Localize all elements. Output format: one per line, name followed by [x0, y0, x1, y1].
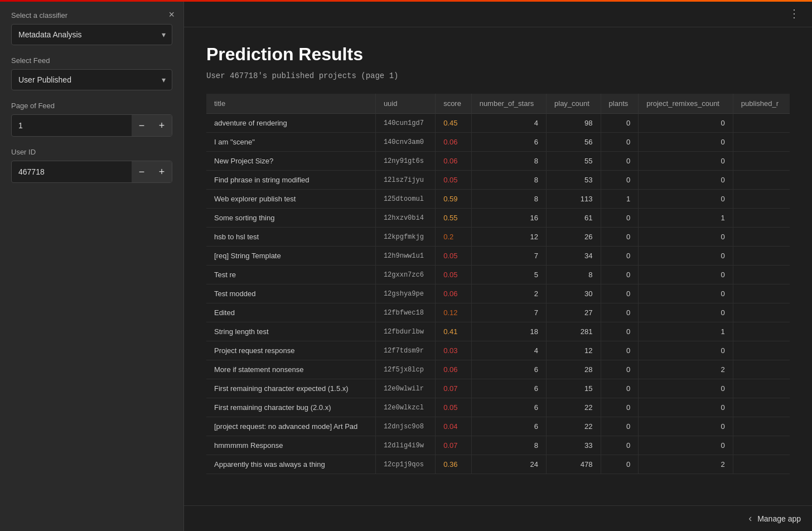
cell-title: First remaining character bug (2.0.x) — [206, 398, 375, 417]
close-button[interactable]: × — [168, 9, 175, 21]
cell-uuid: 12ny91gt6s — [375, 152, 435, 171]
cell-plays: 15 — [547, 379, 601, 398]
cell-published — [733, 266, 790, 284]
cell-plays: 27 — [547, 303, 601, 322]
cell-score: 0.05 — [436, 398, 472, 417]
table-row: [project request: no advanced mode] Art … — [206, 417, 790, 436]
classifier-select[interactable]: Metadata Analysis Content Analysis Engag… — [11, 24, 172, 45]
userid-decrement-button[interactable]: − — [132, 161, 152, 182]
cell-published — [733, 322, 790, 341]
cell-plays: 98 — [547, 114, 601, 133]
page-label: Page of Feed — [11, 102, 172, 110]
feed-select[interactable]: User Published Featured Trending — [11, 69, 172, 90]
cell-score: 0.05 — [436, 247, 472, 266]
cell-title: Test re — [206, 266, 375, 284]
cell-score: 0.03 — [436, 341, 472, 360]
cell-uuid: 12kpgfmkjg — [375, 228, 435, 247]
cell-stars: 7 — [471, 247, 546, 266]
cell-stars: 4 — [471, 341, 546, 360]
classifier-label: Select a classifier — [11, 11, 172, 20]
cell-uuid: 12e0wlkzcl — [375, 398, 435, 417]
cell-score: 0.55 — [436, 209, 472, 228]
cell-uuid: 12lsz7ijyu — [375, 171, 435, 190]
cell-plants: 0 — [601, 114, 639, 133]
cell-remixes: 0 — [639, 303, 733, 322]
cell-published — [733, 417, 790, 436]
table-row: Apparently this was always a thing 12cp1… — [206, 455, 790, 474]
cell-remixes: 0 — [639, 133, 733, 152]
cell-title: Find phrase in string modified — [206, 171, 375, 190]
col-title: title — [206, 94, 375, 114]
cell-published — [733, 379, 790, 398]
cell-plants: 0 — [601, 398, 639, 417]
results-table-wrapper[interactable]: title uuid score number_of_stars play_co… — [206, 94, 790, 474]
cell-title: Some sorting thing — [206, 209, 375, 228]
cell-remixes: 0 — [639, 247, 733, 266]
cell-stars: 24 — [471, 455, 546, 474]
cell-published — [733, 284, 790, 303]
cell-score: 0.06 — [436, 360, 472, 379]
cell-stars: 4 — [471, 114, 546, 133]
cell-plants: 0 — [601, 322, 639, 341]
cell-score: 0.41 — [436, 322, 472, 341]
table-row: Web explorer publish test 125dtoomul 0.5… — [206, 190, 790, 209]
cell-title: First remaining character expected (1.5.… — [206, 379, 375, 398]
cell-remixes: 0 — [639, 114, 733, 133]
page-increment-button[interactable]: + — [152, 115, 172, 136]
more-options-button[interactable]: ⋮ — [789, 7, 801, 20]
cell-remixes: 0 — [639, 398, 733, 417]
cell-plants: 0 — [601, 303, 639, 322]
table-row: String length test 12fbdurlbw 0.41 18 28… — [206, 322, 790, 341]
cell-plants: 1 — [601, 190, 639, 209]
cell-plants: 0 — [601, 171, 639, 190]
table-row: More if statement nonsense 12f5jx8lcp 0.… — [206, 360, 790, 379]
cell-published — [733, 209, 790, 228]
cell-plays: 22 — [547, 398, 601, 417]
cell-uuid: 12gshya9pe — [375, 284, 435, 303]
cell-plays: 33 — [547, 436, 601, 455]
page-decrement-button[interactable]: − — [132, 115, 152, 136]
userid-increment-button[interactable]: + — [152, 161, 172, 182]
prev-page-button[interactable]: ‹ — [748, 513, 752, 524]
table-body: adventure of rendering 140cun1gd7 0.45 4… — [206, 114, 790, 474]
table-row: Test modded 12gshya9pe 0.06 2 30 0 0 — [206, 284, 790, 303]
table-row: adventure of rendering 140cun1gd7 0.45 4… — [206, 114, 790, 133]
cell-remixes: 2 — [639, 360, 733, 379]
cell-remixes: 1 — [639, 209, 733, 228]
cell-remixes: 0 — [639, 379, 733, 398]
cell-stars: 8 — [471, 436, 546, 455]
col-plants: plants — [601, 94, 639, 114]
cell-stars: 8 — [471, 152, 546, 171]
cell-score: 0.04 — [436, 417, 472, 436]
cell-uuid: 12e0wlwilr — [375, 379, 435, 398]
cell-plants: 0 — [601, 417, 639, 436]
cell-score: 0.07 — [436, 436, 472, 455]
cell-stars: 16 — [471, 209, 546, 228]
feed-select-wrapper: User Published Featured Trending — [11, 69, 172, 90]
cell-uuid: 12f7tdsm9r — [375, 341, 435, 360]
cell-title: Web explorer publish test — [206, 190, 375, 209]
cell-stars: 6 — [471, 398, 546, 417]
col-score: score — [436, 94, 472, 114]
cell-score: 0.45 — [436, 114, 472, 133]
page-value: 1 — [12, 115, 132, 136]
table-row: Project request response 12f7tdsm9r 0.03… — [206, 341, 790, 360]
cell-plants: 0 — [601, 341, 639, 360]
cell-stars: 8 — [471, 171, 546, 190]
cell-uuid: 12dnjsc9o8 — [375, 417, 435, 436]
manage-app-button[interactable]: Manage app — [757, 514, 801, 523]
classifier-select-wrapper: Metadata Analysis Content Analysis Engag… — [11, 24, 172, 45]
cell-uuid: 140cnv3am0 — [375, 133, 435, 152]
cell-uuid: 140cun1gd7 — [375, 114, 435, 133]
cell-title: Edited — [206, 303, 375, 322]
bottom-bar: ‹ Manage app — [184, 505, 812, 531]
page-stepper: 1 − + — [11, 114, 172, 137]
cell-stars: 7 — [471, 303, 546, 322]
page-section: Page of Feed 1 − + — [11, 102, 172, 137]
cell-plants: 0 — [601, 455, 639, 474]
cell-uuid: 12cp1j9qos — [375, 455, 435, 474]
userid-value: 467718 — [12, 162, 132, 182]
cell-plays: 30 — [547, 284, 601, 303]
cell-remixes: 0 — [639, 436, 733, 455]
cell-title: String length test — [206, 322, 375, 341]
